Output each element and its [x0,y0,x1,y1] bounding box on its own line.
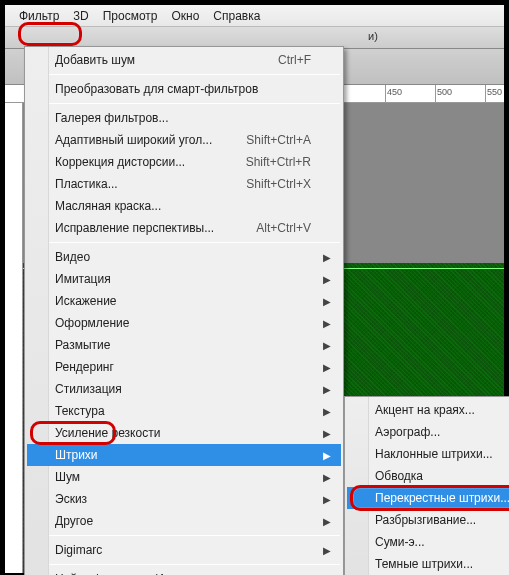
submenu-arrow-icon: ▶ [323,340,331,351]
mi-liquify-shortcut: Shift+Ctrl+X [246,177,311,191]
menu-window[interactable]: Окно [171,9,199,23]
ruler-tick-450: 450 [387,87,402,97]
mi-texture-label: Текстура [55,404,105,418]
mi-vanishing-point-label: Исправление перспективы... [55,221,214,235]
mi-crosshatch-label: Перекрестные штрихи... [375,491,509,505]
mi-adaptive-wide[interactable]: Адаптивный широкий угол...Shift+Ctrl+A [27,129,341,151]
mi-artistic-label: Имитация [55,272,111,286]
mi-filter-gallery-label: Галерея фильтров... [55,111,168,125]
mi-sketch-label: Эскиз [55,492,87,506]
mi-add-noise-label: Добавить шум [55,53,135,67]
filter-menu: Добавить шум Ctrl+F Преобразовать для см… [24,46,344,575]
mi-sketch[interactable]: Эскиз▶ [27,488,341,510]
mi-pixelate[interactable]: Оформление▶ [27,312,341,334]
mi-convert-smart[interactable]: Преобразовать для смарт-фильтров [27,78,341,100]
submenu-arrow-icon: ▶ [323,406,331,417]
mi-blur[interactable]: Размытие▶ [27,334,341,356]
submenu-arrow-icon: ▶ [323,252,331,263]
mi-vanishing-point[interactable]: Исправление перспективы...Alt+Ctrl+V [27,217,341,239]
mi-add-noise[interactable]: Добавить шум Ctrl+F [27,49,341,71]
submenu-arrow-icon: ▶ [323,384,331,395]
mi-filter-gallery[interactable]: Галерея фильтров... [27,107,341,129]
mi-sharpen[interactable]: Усиление резкости▶ [27,422,341,444]
mi-sumi-e-label: Суми-э... [375,535,425,549]
menu-filter[interactable]: Фильтр [19,9,59,23]
mi-strokes-label: Штрихи [55,448,98,462]
mi-browse-filters[interactable]: Найти фильтры в Интернете... [27,568,341,575]
mi-render-label: Рендеринг [55,360,114,374]
tab-fragment[interactable]: и) [365,27,504,45]
mi-other-label: Другое [55,514,93,528]
menu-separator [28,74,340,75]
submenu-arrow-icon: ▶ [323,362,331,373]
menu-separator [28,535,340,536]
mi-render[interactable]: Рендеринг▶ [27,356,341,378]
mi-blur-label: Размытие [55,338,110,352]
mi-stylize[interactable]: Стилизация▶ [27,378,341,400]
mi-digimarc-label: Digimarc [55,543,102,557]
mi-lens-correction-label: Коррекция дисторсии... [55,155,185,169]
menu-view[interactable]: Просмотр [103,9,158,23]
mi-texture[interactable]: Текстура▶ [27,400,341,422]
submenu-arrow-icon: ▶ [323,472,331,483]
menu-separator [28,242,340,243]
mi-liquify[interactable]: Пластика...Shift+Ctrl+X [27,173,341,195]
mi-accented-edges-label: Акцент на краях... [375,403,475,417]
mi-lens-correction-shortcut: Shift+Ctrl+R [246,155,311,169]
mi-airbrush-label: Аэрограф... [375,425,440,439]
mi-video-label: Видео [55,250,90,264]
submenu-arrow-icon: ▶ [323,428,331,439]
mi-adaptive-wide-shortcut: Shift+Ctrl+A [246,133,311,147]
mi-stylize-label: Стилизация [55,382,122,396]
submenu-arrow-icon: ▶ [323,450,331,461]
mi-spatter[interactable]: Разбрызгивание... [347,509,509,531]
menu-3d[interactable]: 3D [73,9,88,23]
mi-other[interactable]: Другое▶ [27,510,341,532]
mi-dark-strokes[interactable]: Темные штрихи... [347,553,509,575]
mi-lens-correction[interactable]: Коррекция дисторсии...Shift+Ctrl+R [27,151,341,173]
mi-distort-label: Искажение [55,294,117,308]
submenu-arrow-icon: ▶ [323,318,331,329]
mi-distort[interactable]: Искажение▶ [27,290,341,312]
ruler-tick-550: 550 [487,87,502,97]
submenu-arrow-icon: ▶ [323,296,331,307]
mi-crosshatch[interactable]: Перекрестные штрихи... [347,487,509,509]
mi-video[interactable]: Видео▶ [27,246,341,268]
mi-outline-label: Обводка [375,469,423,483]
submenu-arrow-icon: ▶ [323,545,331,556]
mi-angled-strokes-label: Наклонные штрихи... [375,447,493,461]
strokes-submenu: Акцент на краях... Аэрограф... Наклонные… [344,396,509,575]
submenu-arrow-icon: ▶ [323,494,331,505]
menu-help[interactable]: Справка [213,9,260,23]
mi-strokes[interactable]: Штрихи▶ [27,444,341,466]
mi-liquify-label: Пластика... [55,177,118,191]
mi-accented-edges[interactable]: Акцент на краях... [347,399,509,421]
mi-artistic[interactable]: Имитация▶ [27,268,341,290]
ruler-vertical [5,103,23,573]
mi-oil-paint-label: Масляная краска... [55,199,161,213]
mi-sharpen-label: Усиление резкости [55,426,160,440]
mi-add-noise-shortcut: Ctrl+F [278,53,311,67]
mi-digimarc[interactable]: Digimarc▶ [27,539,341,561]
mi-pixelate-label: Оформление [55,316,129,330]
mi-convert-smart-label: Преобразовать для смарт-фильтров [55,82,258,96]
submenu-arrow-icon: ▶ [323,274,331,285]
ruler-tick-500: 500 [437,87,452,97]
mi-oil-paint[interactable]: Масляная краска... [27,195,341,217]
mi-airbrush[interactable]: Аэрограф... [347,421,509,443]
mi-outline[interactable]: Обводка [347,465,509,487]
mi-sumi-e[interactable]: Суми-э... [347,531,509,553]
mi-spatter-label: Разбрызгивание... [375,513,476,527]
menu-separator [28,564,340,565]
menubar: Фильтр 3D Просмотр Окно Справка [5,5,504,27]
mi-vanishing-point-shortcut: Alt+Ctrl+V [256,221,311,235]
mi-dark-strokes-label: Темные штрихи... [375,557,473,571]
mi-adaptive-wide-label: Адаптивный широкий угол... [55,133,212,147]
mi-angled-strokes[interactable]: Наклонные штрихи... [347,443,509,465]
mi-noise-label: Шум [55,470,80,484]
submenu-arrow-icon: ▶ [323,516,331,527]
menu-separator [28,103,340,104]
mi-noise[interactable]: Шум▶ [27,466,341,488]
